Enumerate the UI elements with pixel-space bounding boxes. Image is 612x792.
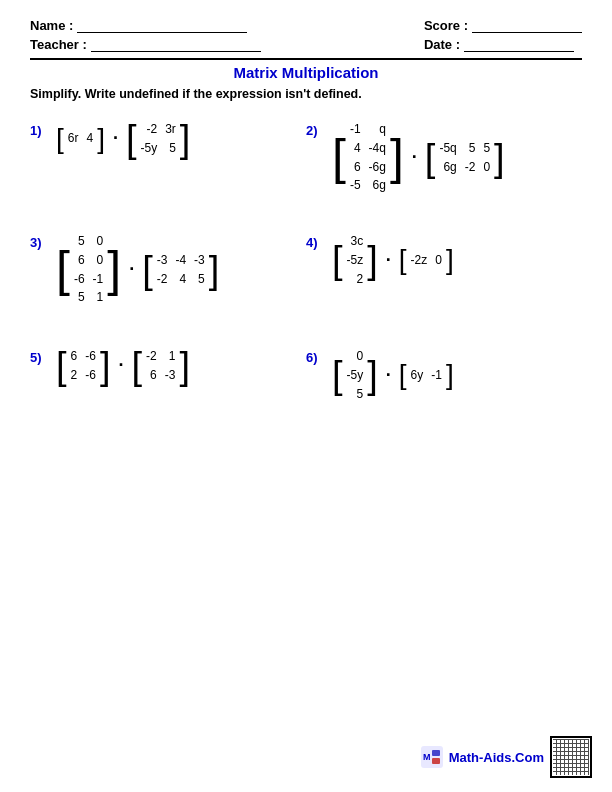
matrix-cells: -2 1 6 -3 — [142, 346, 179, 386]
bracket-right: ] — [209, 253, 220, 287]
worksheet-page: Name : Teacher : Score : Date : Matrix M… — [0, 0, 612, 792]
cell: -1 — [93, 271, 104, 288]
problem-6-matrix-a: [ 0 -5y 5 ] — [332, 346, 378, 404]
header: Name : Teacher : Score : Date : — [30, 18, 582, 52]
multiply-dot: · — [109, 128, 122, 149]
matrix-cells: -1 q 4 -4q 6 -6g -5 6g — [346, 119, 390, 196]
multiply-dot: · — [114, 355, 127, 376]
cell: -5q — [439, 140, 456, 157]
cell: 5 — [465, 140, 476, 157]
problem-1-content: [ 6r 4 ] · [ -2 3r -5y 5 — [56, 119, 190, 159]
score-underline — [472, 19, 582, 33]
problem-6-content: [ 0 -5y 5 ] · [ 6y -1 ] — [332, 346, 454, 404]
bracket-right: ] — [446, 246, 454, 274]
problem-3-matrix-b: [ -3 -4 -3 -2 4 5 ] — [142, 250, 219, 290]
problem-3-content: [ 5 0 6 0 -6 -1 5 1 ] · [ — [56, 231, 219, 308]
date-line: Date : — [424, 37, 582, 52]
cell: 1 — [165, 348, 176, 365]
problem-6: 6) [ 0 -5y 5 ] · [ 6y — [306, 316, 582, 416]
bracket-left: [ — [56, 247, 70, 292]
cell: -2 — [465, 159, 476, 176]
problem-4-matrix-b: [ -2z 0 ] — [399, 246, 454, 274]
cell: 5 — [165, 140, 176, 157]
problem-3-matrix-a: [ 5 0 6 0 -6 -1 5 1 ] — [56, 231, 121, 308]
date-label: Date : — [424, 37, 460, 52]
problem-2-number: 2) — [306, 119, 328, 138]
header-right: Score : Date : — [424, 18, 582, 52]
multiply-dot: · — [382, 365, 395, 386]
problem-5: 5) [ 6 -6 2 -6 ] · [ — [30, 316, 306, 416]
cell: -6 — [85, 367, 96, 384]
problem-4-content: [ 3c -5z 2 ] · [ -2z 0 ] — [332, 231, 454, 289]
problem-1: 1) [ 6r 4 ] · [ -2 3r — [30, 111, 306, 211]
cell: 6g — [439, 159, 456, 176]
teacher-line: Teacher : — [30, 37, 261, 52]
problems-grid: 1) [ 6r 4 ] · [ -2 3r — [30, 111, 582, 416]
svg-rect-2 — [432, 750, 440, 756]
cell: -5z — [347, 252, 364, 269]
bracket-left: [ — [332, 135, 346, 180]
cell: 0 — [483, 159, 490, 176]
bracket-right: ] — [367, 243, 378, 277]
cell: 6 — [71, 348, 78, 365]
matrix-cells: -5q 5 5 6g -2 0 — [435, 138, 494, 178]
matrix-cells: 5 0 6 0 -6 -1 5 1 — [70, 231, 107, 308]
problem-3: 3) [ 5 0 6 0 -6 -1 5 1 ] — [30, 211, 306, 316]
problem-4-matrix-a: [ 3c -5z 2 ] — [332, 231, 378, 289]
cell: 0 — [93, 233, 104, 250]
cell: -2z — [411, 252, 428, 269]
cell: 3r — [165, 121, 176, 138]
multiply-dot: · — [408, 147, 421, 168]
cell: -6 — [74, 271, 85, 288]
matrix-cells: 6 -6 2 -6 — [67, 346, 100, 386]
matrix-cells: 0 -5y 5 — [343, 346, 368, 404]
svg-text:M: M — [423, 752, 431, 762]
cell: 6 — [350, 159, 361, 176]
problem-5-number: 5) — [30, 346, 52, 365]
mathAids-logo-icon: M — [421, 746, 443, 768]
bracket-left: [ — [332, 243, 343, 277]
footer: M Math-Aids.Com — [421, 736, 592, 778]
teacher-underline — [91, 38, 261, 52]
header-divider — [30, 58, 582, 60]
cell: -2 — [146, 348, 157, 365]
bracket-left: [ — [56, 349, 67, 383]
cell: -2 — [157, 271, 168, 288]
problem-6-matrix-b: [ 6y -1 ] — [399, 361, 454, 389]
cell: 5 — [74, 233, 85, 250]
problem-5-content: [ 6 -6 2 -6 ] · [ -2 1 6 — [56, 346, 190, 386]
cell: 6 — [74, 252, 85, 269]
cell: -4q — [369, 140, 386, 157]
teacher-label: Teacher : — [30, 37, 87, 52]
bracket-right: ] — [100, 349, 111, 383]
problem-3-number: 3) — [30, 231, 52, 250]
footer-site-text: Math-Aids.Com — [449, 750, 544, 765]
problem-6-number: 6) — [306, 346, 328, 365]
cell: 4 — [86, 130, 93, 147]
bracket-left: [ — [56, 125, 64, 153]
bracket-right: ] — [390, 135, 404, 180]
cell: -6g — [369, 159, 386, 176]
problem-1-matrix-a: [ 6r 4 ] — [56, 125, 105, 153]
cell: -5y — [347, 367, 364, 384]
problem-2-content: [ -1 q 4 -4q 6 -6g -5 6g ] · — [332, 119, 505, 196]
header-left: Name : Teacher : — [30, 18, 261, 52]
cell: 6g — [369, 177, 386, 194]
bracket-left: [ — [399, 361, 407, 389]
bracket-right: ] — [180, 122, 191, 156]
bracket-left: [ — [332, 358, 343, 392]
cell: 6y — [411, 367, 424, 384]
cell: -5y — [141, 140, 158, 157]
cell: 0 — [93, 252, 104, 269]
problem-4: 4) [ 3c -5z 2 ] · [ -2z — [306, 211, 582, 316]
svg-rect-3 — [432, 758, 440, 764]
problem-2-matrix-b: [ -5q 5 5 6g -2 0 ] — [425, 138, 505, 178]
cell: -1 — [431, 367, 442, 384]
cell: 5 — [347, 386, 364, 403]
worksheet-title: Matrix Multiplication — [30, 64, 582, 81]
matrix-cells: -2z 0 — [407, 250, 446, 271]
cell: 6 — [146, 367, 157, 384]
problem-1-number: 1) — [30, 119, 52, 138]
cell: 4 — [175, 271, 186, 288]
score-line: Score : — [424, 18, 582, 33]
